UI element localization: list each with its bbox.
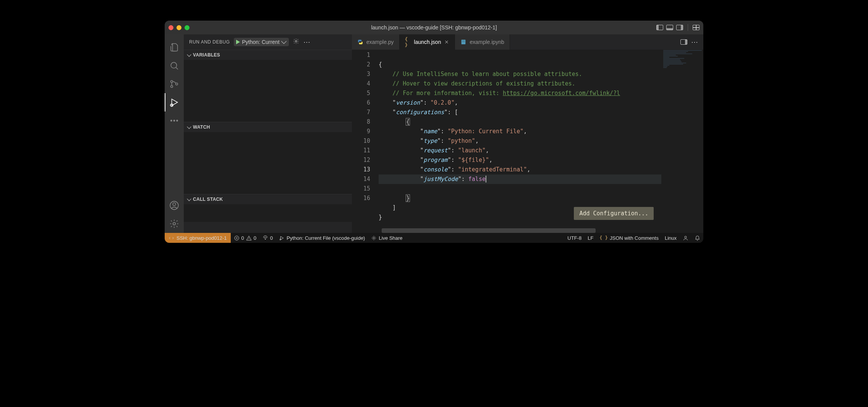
chevron-down-icon [281, 39, 287, 44]
svg-point-19 [685, 236, 687, 238]
variables-section: VARIABLES [184, 50, 352, 122]
svg-point-5 [171, 120, 172, 121]
minimap[interactable] [661, 50, 703, 228]
svg-point-18 [373, 237, 375, 239]
line-gutter: 1 2 3 4 5 6 7 8 9 10 11 12 13 14 15 16 [352, 50, 379, 228]
debug-config-name: Python: Current [242, 39, 280, 45]
accounts-icon[interactable] [165, 196, 184, 215]
tab-label: launch.json [414, 39, 441, 45]
watch-header[interactable]: WATCH [184, 122, 352, 132]
chevron-down-icon [187, 197, 191, 201]
code-content[interactable]: { // Use IntelliSense to learn about pos… [379, 50, 661, 228]
debug-target-indicator[interactable]: Python: Current File (vscode-guide) [276, 235, 368, 241]
variables-header[interactable]: VARIABLES [184, 50, 352, 60]
svg-point-1 [171, 81, 173, 82]
sidebar-more-icon[interactable]: ⋯ [303, 39, 311, 45]
window-title: launch.json — vscode-guide [SSH: gbnwp-p… [165, 24, 703, 31]
close-tab-icon[interactable] [444, 39, 449, 45]
layout-controls [656, 24, 700, 31]
minimize-window-button[interactable] [177, 25, 181, 30]
svg-rect-13 [462, 40, 465, 41]
workbench-body: RUN AND DEBUG Python: Current ⋯ VARIABLE… [165, 34, 703, 233]
search-icon[interactable] [165, 57, 184, 75]
svg-point-7 [177, 120, 178, 121]
svg-point-2 [171, 86, 173, 87]
live-share-indicator[interactable]: Live Share [368, 235, 405, 241]
svg-point-6 [173, 120, 175, 121]
watch-body [184, 132, 352, 194]
debug-sidebar: RUN AND DEBUG Python: Current ⋯ VARIABLE… [184, 34, 352, 233]
scrollbar-thumb[interactable] [382, 228, 596, 233]
tab-launch-json[interactable]: { } launch.json [400, 34, 455, 50]
svg-point-10 [173, 223, 176, 225]
json-braces-icon: { } [599, 235, 608, 241]
split-editor-icon[interactable] [680, 39, 687, 45]
source-control-icon[interactable] [165, 75, 184, 93]
svg-point-3 [176, 83, 178, 85]
explorer-icon[interactable] [165, 38, 184, 57]
editor-area: example.py { } launch.json example.ipynb [352, 34, 703, 233]
toggle-panel-button[interactable] [666, 25, 673, 30]
window-controls [168, 25, 189, 30]
encoding-indicator[interactable]: UTF-8 [564, 235, 585, 241]
svg-point-11 [295, 40, 297, 42]
chevron-down-icon [187, 124, 191, 129]
notebook-file-icon [460, 39, 466, 45]
watch-section: WATCH [184, 122, 352, 194]
start-debug-icon [236, 40, 240, 44]
toggle-primary-sidebar-button[interactable] [656, 25, 663, 30]
chevron-down-icon [187, 52, 191, 57]
eol-indicator[interactable]: LF [585, 235, 596, 241]
callstack-label: CALL STACK [193, 197, 223, 202]
os-indicator[interactable]: Linux [662, 235, 680, 241]
remote-host-label: SSH: gbnwp-pod012-1 [177, 235, 227, 241]
tab-label: example.ipynb [470, 39, 504, 45]
editor-body[interactable]: 1 2 3 4 5 6 7 8 9 10 11 12 13 14 15 16 [352, 50, 703, 228]
python-file-icon [357, 39, 363, 45]
text-cursor [486, 176, 486, 183]
debug-config-selector[interactable]: Python: Current [234, 38, 289, 46]
vscode-window: launch.json — vscode-guide [SSH: gbnwp-p… [165, 21, 703, 243]
sidebar-title: RUN AND DEBUG [189, 39, 230, 45]
remote-indicator[interactable]: SSH: gbnwp-pod012-1 [165, 233, 231, 243]
open-launch-json-icon[interactable] [293, 38, 300, 46]
horizontal-scrollbar[interactable] [352, 228, 703, 233]
customize-layout-button[interactable] [693, 25, 700, 30]
statusbar: SSH: gbnwp-pod012-1 0 0 0 Python: Curren… [165, 233, 703, 243]
editor-more-icon[interactable]: ⋯ [691, 38, 699, 46]
activity-bar [165, 34, 184, 233]
svg-point-0 [171, 62, 177, 68]
json-file-icon: { } [405, 39, 411, 45]
watch-label: WATCH [193, 124, 210, 130]
variables-label: VARIABLES [193, 52, 220, 58]
sidebar-header: RUN AND DEBUG Python: Current ⋯ [184, 34, 352, 50]
feedback-icon[interactable] [680, 235, 691, 241]
settings-gear-icon[interactable] [165, 215, 184, 233]
svg-point-16 [265, 239, 266, 239]
add-configuration-button[interactable]: Add Configuration... [574, 207, 654, 220]
variables-body [184, 60, 352, 122]
notifications-icon[interactable] [691, 235, 703, 241]
callstack-body [184, 204, 352, 222]
close-window-button[interactable] [168, 25, 173, 30]
tab-label: example.py [366, 39, 394, 45]
run-debug-icon[interactable] [165, 93, 184, 111]
fullscreen-window-button[interactable] [185, 25, 189, 30]
svg-rect-14 [462, 42, 465, 42]
svg-point-9 [173, 203, 176, 206]
callstack-section: CALL STACK [184, 194, 352, 222]
tab-example-ipynb[interactable]: example.ipynb [455, 34, 510, 50]
more-views-icon[interactable] [165, 111, 184, 130]
editor-tabs: example.py { } launch.json example.ipynb [352, 34, 703, 50]
language-mode-indicator[interactable]: { } JSON with Comments [596, 235, 662, 241]
svg-point-17 [280, 239, 281, 240]
editor-actions: ⋯ [676, 34, 703, 50]
problems-indicator[interactable]: 0 0 [231, 235, 259, 241]
tab-example-py[interactable]: example.py [352, 34, 400, 50]
toggle-secondary-sidebar-button[interactable] [676, 25, 683, 30]
callstack-header[interactable]: CALL STACK [184, 194, 352, 204]
ports-indicator[interactable]: 0 [259, 235, 276, 241]
titlebar: launch.json — vscode-guide [SSH: gbnwp-p… [165, 21, 703, 34]
separator [688, 24, 688, 31]
